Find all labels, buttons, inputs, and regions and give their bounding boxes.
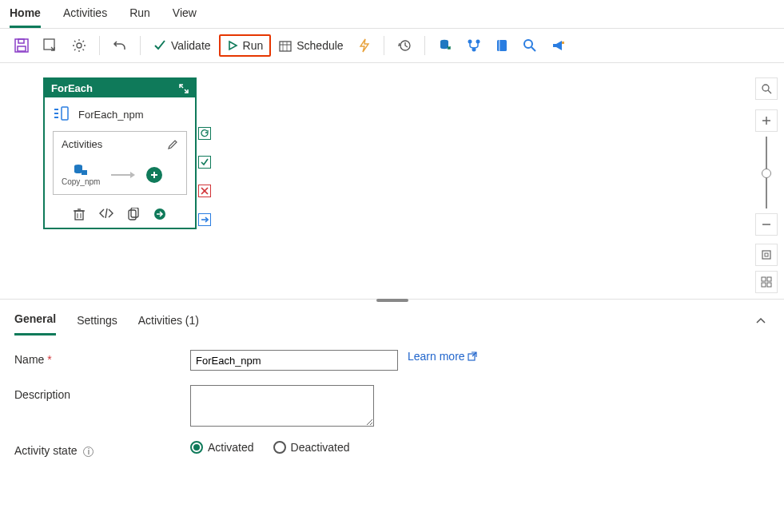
validate-label: Validate — [171, 39, 211, 52]
svg-rect-34 — [131, 208, 138, 217]
svg-line-40 — [768, 90, 771, 93]
status-pill-retry[interactable] — [198, 127, 211, 140]
goto-button[interactable] — [153, 208, 166, 223]
save-as-button[interactable] — [37, 34, 64, 58]
tab-activities[interactable]: Activities (1) — [138, 309, 199, 335]
description-label: Description — [14, 388, 70, 401]
svg-rect-3 — [44, 39, 54, 50]
svg-rect-49 — [767, 283, 771, 287]
copy-activity-label: Copy_npm — [62, 177, 100, 186]
branching-button[interactable] — [460, 34, 488, 58]
svg-point-39 — [762, 85, 769, 91]
svg-rect-44 — [762, 251, 770, 259]
svg-rect-15 — [499, 40, 500, 51]
node-name-label: ForEach_npm — [78, 109, 144, 121]
activities-heading: Activities — [62, 138, 102, 150]
svg-rect-48 — [762, 283, 766, 287]
menu-tabs: Home Activities Run View — [0, 0, 784, 29]
svg-rect-14 — [497, 40, 507, 51]
svg-rect-24 — [82, 170, 87, 175]
add-activity-button[interactable] — [146, 167, 162, 183]
learn-more-link[interactable]: Learn more — [408, 350, 477, 363]
copy-activity[interactable]: Copy_npm — [62, 163, 100, 186]
arrow-icon — [111, 171, 135, 179]
svg-rect-45 — [765, 253, 768, 256]
validate-button[interactable]: Validate — [147, 34, 217, 57]
find-button[interactable] — [755, 77, 778, 100]
foreach-activity-node[interactable]: ForEach ForEach_npm Activities Copy_npm — [43, 77, 197, 229]
activity-state-label: Activity state — [14, 444, 78, 457]
svg-rect-21 — [54, 113, 58, 114]
svg-rect-18 — [562, 42, 564, 44]
svg-rect-22 — [54, 117, 58, 118]
search-button[interactable] — [516, 34, 543, 58]
radio-deactivated[interactable]: Deactivated — [273, 441, 350, 454]
status-pill-skip[interactable] — [198, 213, 211, 226]
copy-button[interactable] — [128, 208, 139, 223]
fit-screen-button[interactable] — [755, 244, 778, 266]
learn-more-text: Learn more — [408, 350, 465, 363]
data-source-button[interactable] — [432, 34, 459, 58]
name-input[interactable] — [190, 350, 398, 371]
svg-point-12 — [476, 40, 480, 44]
svg-point-4 — [77, 43, 82, 48]
undo-button[interactable] — [106, 34, 133, 58]
radio-activated[interactable]: Activated — [190, 441, 254, 454]
node-type-label: ForEach — [51, 82, 93, 94]
panel-collapse-button[interactable] — [755, 316, 770, 328]
book-button[interactable] — [489, 34, 515, 57]
svg-line-17 — [531, 47, 535, 51]
run-label: Run — [243, 39, 264, 52]
svg-rect-2 — [18, 39, 24, 43]
radio-activated-label: Activated — [208, 441, 254, 454]
menu-tab-view[interactable]: View — [173, 3, 197, 28]
zoom-out-button[interactable] — [755, 213, 778, 236]
trigger-button[interactable] — [352, 34, 377, 58]
history-button[interactable] — [391, 34, 418, 58]
svg-point-11 — [468, 40, 472, 44]
radio-deactivated-label: Deactivated — [291, 441, 350, 454]
delete-button[interactable] — [74, 208, 85, 223]
layout-button[interactable] — [755, 271, 778, 293]
schedule-button[interactable]: Schedule — [273, 34, 349, 57]
zoom-slider[interactable] — [766, 137, 767, 208]
status-pill-fail[interactable] — [198, 185, 211, 197]
node-activities-box[interactable]: Activities Copy_npm — [53, 131, 187, 195]
svg-rect-1 — [18, 46, 26, 51]
tab-settings[interactable]: Settings — [77, 309, 117, 335]
svg-rect-47 — [767, 277, 771, 281]
tab-general[interactable]: General — [14, 308, 56, 335]
panel-drag-handle[interactable] — [376, 299, 408, 302]
zoom-in-button[interactable] — [755, 109, 778, 132]
run-button[interactable]: Run — [219, 34, 272, 57]
svg-rect-20 — [54, 109, 58, 110]
menu-tab-run[interactable]: Run — [129, 3, 150, 28]
announce-button[interactable] — [545, 34, 572, 57]
code-button[interactable] — [99, 208, 113, 223]
info-icon[interactable]: i — [83, 447, 94, 457]
settings-button[interactable] — [66, 34, 93, 58]
menu-tab-activities[interactable]: Activities — [63, 3, 107, 28]
canvas-area: ForEach ForEach_npm Activities Copy_npm — [0, 63, 784, 300]
properties-panel: General Settings Activities (1) Name* Le… — [0, 300, 784, 465]
schedule-label: Schedule — [296, 39, 343, 52]
svg-rect-19 — [62, 107, 68, 120]
foreach-icon — [53, 105, 70, 123]
svg-rect-28 — [75, 211, 83, 220]
node-header[interactable]: ForEach — [45, 79, 195, 97]
toolbar: Validate Run Schedule — [0, 29, 784, 63]
save-button[interactable] — [8, 34, 35, 58]
expand-icon[interactable] — [179, 84, 189, 93]
zoom-thumb[interactable] — [762, 169, 771, 178]
name-label: Name — [14, 353, 44, 366]
edit-icon[interactable] — [167, 139, 178, 150]
svg-rect-33 — [129, 210, 136, 220]
svg-point-16 — [524, 40, 532, 48]
svg-rect-5 — [280, 42, 291, 51]
description-input[interactable] — [190, 385, 374, 427]
svg-rect-46 — [762, 277, 766, 281]
copy-data-icon — [73, 163, 89, 177]
menu-tab-home[interactable]: Home — [10, 3, 41, 28]
status-pill-success[interactable] — [198, 156, 211, 169]
